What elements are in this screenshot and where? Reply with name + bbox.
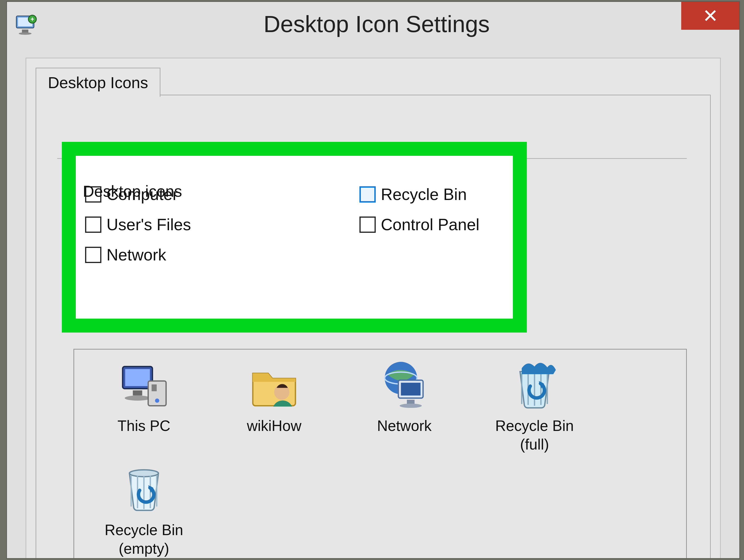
preview-item-user-folder[interactable]: wikiHow (209, 357, 339, 454)
tab-label: Desktop Icons (48, 74, 148, 91)
preview-item-recycle-full[interactable]: Recycle Bin(full) (470, 357, 600, 454)
preview-label: This PC (117, 416, 171, 435)
groupbox-title: Desktop icons (83, 182, 188, 200)
preview-item-recycle-empty[interactable]: Recycle Bin(empty) (79, 461, 209, 558)
tutorial-highlight: Desktop icons Computer User's Files (62, 142, 527, 333)
svg-point-11 (155, 399, 159, 403)
window-title: Desktop Icon Settings (14, 11, 739, 37)
preview-label: Network (377, 416, 432, 435)
svg-point-18 (400, 404, 422, 408)
network-icon (376, 357, 432, 412)
titlebar: Desktop Icon Settings ✕ (7, 2, 739, 46)
checkbox-label: User's Files (107, 215, 191, 234)
svg-rect-17 (407, 400, 414, 404)
svg-rect-7 (133, 390, 142, 396)
checkbox-box-icon (85, 217, 101, 233)
client-area: Desktop Icons Desktop icons Computer (26, 58, 721, 558)
tab-panel: Desktop icons Computer User's Files (36, 95, 711, 558)
preview-label: wikiHow (247, 416, 302, 435)
preview-label: Recycle Bin(empty) (105, 521, 183, 558)
checkbox-label: Network (107, 246, 166, 264)
svg-rect-6 (125, 369, 150, 386)
preview-item-this-pc[interactable]: This PC (79, 357, 209, 454)
close-button[interactable]: ✕ (681, 2, 739, 30)
svg-rect-10 (152, 384, 157, 391)
icon-preview-list: This PC wikiHow (73, 349, 687, 558)
preview-item-network[interactable]: Network (339, 357, 470, 454)
checkbox-recycle-bin[interactable]: Recycle Bin (360, 185, 479, 204)
recycle-bin-full-icon (507, 357, 562, 412)
checkbox-network[interactable]: Network (85, 246, 360, 264)
svg-point-8 (125, 396, 150, 401)
checkbox-control-panel[interactable]: Control Panel (360, 215, 479, 234)
svg-point-19 (129, 470, 158, 477)
checkbox-box-icon (85, 247, 101, 263)
desktop-icon-settings-window: Desktop Icon Settings ✕ Desktop Icons De… (7, 2, 739, 558)
checkbox-users-files[interactable]: User's Files (85, 215, 360, 234)
svg-rect-16 (401, 383, 420, 396)
this-pc-icon (116, 357, 172, 412)
checkbox-label: Control Panel (381, 215, 479, 234)
tab-desktop-icons[interactable]: Desktop Icons (36, 68, 160, 97)
checkbox-box-icon (360, 217, 376, 233)
user-folder-icon (246, 357, 302, 412)
checkbox-label: Recycle Bin (381, 185, 467, 204)
checkbox-box-icon (360, 186, 376, 202)
close-icon: ✕ (703, 5, 718, 27)
recycle-bin-empty-icon (116, 461, 172, 517)
preview-label: Recycle Bin(full) (495, 416, 574, 454)
